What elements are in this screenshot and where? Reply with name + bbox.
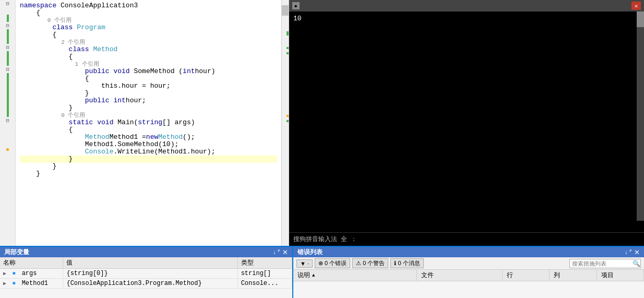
console-scrollbar[interactable] [637, 11, 644, 221]
locals-panel-header: 局部变量 ↓ ᴾ ✕ [0, 247, 292, 257]
error-icon: ● [6, 146, 9, 153]
var-icon: ● [12, 280, 16, 287]
console-area: ■ ✕ 10 搜狗拼音输入法 全 ： [289, 0, 644, 246]
code-line: Method Method1 = new Method(); [20, 134, 277, 141]
table-row[interactable]: ▶ ● Method1 {ConsoleApplication3.Program… [0, 279, 292, 289]
vertical-scrollbar[interactable] [281, 0, 289, 246]
code-line: public void SomeMethod (int hour) [20, 68, 277, 75]
code-line: this.hour = hour; [20, 82, 277, 90]
code-line: { [20, 126, 277, 134]
errors-filter-dropdown[interactable]: ▼ · [296, 259, 313, 268]
locals-panel-title: 局部变量 [4, 248, 29, 257]
locals-close-button[interactable]: ✕ [282, 248, 288, 256]
errors-search-box: 🔍 [569, 259, 641, 268]
bottom-panels: 局部变量 ↓ ᴾ ✕ 名称 值 类型 [0, 246, 644, 298]
main-container: ⊟ ⊟ ⊟ [0, 0, 644, 298]
var-name: ▶ ● Method1 [0, 279, 63, 289]
top-area: ⊟ ⊟ ⊟ [0, 0, 644, 246]
errors-panel-header: 错误列表 ↓ ᴾ ✕ [293, 247, 644, 257]
code-line: public int hour; [20, 97, 277, 104]
collapse-icon[interactable]: ⊟ [6, 66, 9, 73]
code-line: 0 个引用 [20, 112, 277, 119]
locals-table: 名称 值 类型 ▶ ● args {string[0]} [0, 257, 292, 298]
errors-body [293, 281, 644, 298]
errors-toolbar: ▼ · ⊗ 0 个错误 ⚠ 0 个警告 ℹ 0 个消息 🔍 [293, 257, 644, 270]
var-type: string[] [237, 269, 292, 279]
code-line: } [20, 163, 277, 170]
var-name-text: Method1 [22, 280, 48, 287]
console-scrollbar-thumb[interactable] [637, 11, 644, 27]
errors-search-button[interactable]: 🔍 [633, 260, 640, 267]
code-editor: ⊟ ⊟ ⊟ [0, 0, 289, 246]
console-output: 10 [293, 15, 640, 22]
errors-error-filter[interactable]: ⊗ 0 个错误 [315, 258, 350, 268]
locals-panel: 局部变量 ↓ ᴾ ✕ 名称 值 类型 [0, 247, 293, 298]
errors-close-button[interactable]: ✕ [634, 248, 640, 256]
console-window-icon: ■ [292, 2, 300, 9]
code-line: namespace ConsoleApplication3 [20, 2, 277, 9]
errors-col-file[interactable]: 文件 [417, 270, 503, 281]
error-marker [287, 115, 289, 117]
errors-warning-filter[interactable]: ⚠ 0 个警告 [352, 258, 388, 268]
green-marker4 [287, 120, 289, 122]
console-body: 10 [289, 11, 644, 232]
locals-pin-button[interactable]: ↓ ᴾ [273, 248, 280, 256]
var-name: ▶ ● args [0, 269, 63, 279]
sort-arrow-icon: ▲ [312, 273, 315, 278]
console-titlebar: ■ ✕ [289, 0, 644, 11]
code-line: Method1.SomeMethod(10); [20, 141, 277, 148]
code-line: { [20, 53, 277, 61]
console-input-hint: 搜狗拼音输入法 全 ： [293, 236, 357, 243]
errors-col-col[interactable]: 列 [550, 270, 597, 281]
code-line: 0 个引用 [20, 17, 277, 24]
console-input-area: 搜狗拼音输入法 全 ： [289, 232, 644, 246]
locals-panel-btns: ↓ ᴾ ✕ [273, 248, 288, 256]
errors-pin-button[interactable]: ↓ ᴾ [625, 248, 632, 256]
errors-col-line[interactable]: 行 [503, 270, 550, 281]
code-line: } [20, 170, 277, 177]
errors-col-project[interactable]: 项目 [597, 270, 644, 281]
code-line: class Method [20, 46, 277, 53]
console-close-button[interactable]: ✕ [631, 2, 641, 10]
collapse-icon[interactable]: ⊟ [6, 44, 9, 51]
green-marker [287, 31, 289, 35]
locals-col-name: 名称 [0, 257, 63, 269]
var-value: {ConsoleApplication3.Program.Method} [63, 279, 237, 289]
code-content[interactable]: namespace ConsoleApplication3 { 0 个引用 cl… [16, 0, 281, 246]
locals-col-type: 类型 [237, 257, 292, 269]
green-marker2 [287, 47, 289, 49]
code-line: class Program [20, 24, 277, 31]
errors-search-input[interactable] [570, 260, 633, 267]
code-line: { [20, 31, 277, 39]
gutter: ⊟ ⊟ ⊟ [0, 0, 16, 246]
errors-panel-title: 错误列表 [297, 248, 323, 257]
errors-panel-btns: ↓ ᴾ ✕ [625, 248, 640, 256]
code-line: 1 个引用 [20, 61, 277, 68]
code-line: Console.WriteLine(Method1.hour); [20, 148, 277, 156]
var-name-text: args [22, 270, 37, 277]
var-type: Console... [237, 279, 292, 289]
collapse-icon[interactable]: ⊟ [6, 1, 9, 7]
code-line: } [20, 104, 277, 112]
collapse-icon[interactable]: ⊟ [6, 117, 9, 124]
code-line: } [20, 90, 277, 97]
code-line: { [20, 9, 277, 17]
code-line: 2 个引用 [20, 39, 277, 46]
scrollbar-thumb[interactable] [282, 5, 289, 16]
var-icon: ● [12, 270, 16, 277]
errors-col-description[interactable]: 说明 ▲ [293, 270, 417, 281]
code-line: static void Main(string[] args) [20, 119, 277, 126]
table-row[interactable]: ▶ ● args {string[0]} string[] [0, 269, 292, 279]
green-marker3 [287, 52, 289, 54]
expand-icon[interactable]: ▶ [3, 271, 6, 277]
expand-icon[interactable]: ▶ [3, 281, 6, 287]
console-title-left: ■ [292, 2, 303, 9]
errors-panel: 错误列表 ↓ ᴾ ✕ ▼ · ⊗ 0 个错误 ⚠ 0 个警告 ℹ 0 个消息 🔍… [293, 247, 644, 298]
collapse-icon[interactable]: ⊟ [6, 22, 9, 29]
code-line: } [20, 156, 277, 163]
errors-table-header: 说明 ▲ 文件 行 列 项目 [293, 270, 644, 281]
var-value: {string[0]} [63, 269, 237, 279]
locals-col-value: 值 [63, 257, 237, 269]
errors-info-filter[interactable]: ℹ 0 个消息 [390, 258, 423, 268]
code-line: { [20, 75, 277, 82]
